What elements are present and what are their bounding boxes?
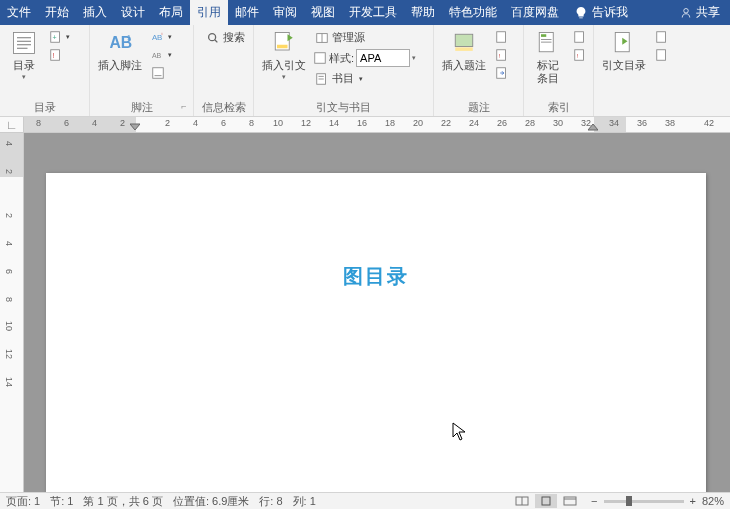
show-notes-icon [151,66,165,80]
group-captions: 插入题注 ! 题注 [434,25,524,116]
person-icon [680,7,692,19]
print-layout-icon [539,496,553,506]
next-footnote-icon: AB [151,48,165,62]
lightbulb-icon [574,6,588,20]
update-toa-icon [655,48,669,62]
svg-rect-23 [315,53,326,64]
insert-footnote-button[interactable]: AB1 插入脚注 [94,27,146,74]
svg-rect-1 [14,33,35,54]
svg-text:!: ! [53,52,55,59]
toc-button[interactable]: 目录 ▾ [4,27,44,83]
tab-features[interactable]: 特色功能 [442,0,504,25]
mark-entry-button[interactable]: 标记条目 [528,27,568,87]
citation-style-selector[interactable]: 样式: ▾ [313,49,416,67]
status-bar: 页面: 1 节: 1 第 1 页，共 6 页 位置值: 6.9厘米 行: 8 列… [0,492,730,509]
tell-me-label: 告诉我 [592,4,628,21]
search-button[interactable]: 搜索 [198,27,252,48]
mark-entry-label: 标记条目 [532,59,564,85]
search-label: 搜索 [223,30,245,45]
tab-view[interactable]: 视图 [304,0,342,25]
insert-citation-label: 插入引文 [262,59,306,72]
tab-help[interactable]: 帮助 [404,0,442,25]
svg-text:1: 1 [127,34,131,41]
status-section[interactable]: 节: 1 [50,494,73,509]
zoom-thumb[interactable] [626,496,632,506]
ribbon: 目录 ▾ +▾ ! 目录 AB1 插入脚注 ABi▾ AB▾ 脚注⌐ [0,25,730,117]
status-line[interactable]: 行: 8 [259,494,282,509]
update-toc-button[interactable]: ! [47,47,72,63]
zoom-control: − + 82% [591,495,724,507]
style-label: 样式: [329,51,354,66]
status-column[interactable]: 列: 1 [293,494,316,509]
update-index-button[interactable]: ! [571,47,589,63]
menu-bar: 文件 开始 插入 设计 布局 引用 邮件 审阅 视图 开发工具 帮助 特色功能 … [0,0,730,25]
svg-rect-37 [575,32,584,43]
tab-mail[interactable]: 邮件 [228,0,266,25]
style-combobox[interactable] [356,49,410,67]
zoom-out-button[interactable]: − [591,495,597,507]
group-research: 搜索 信息检索 [194,25,254,116]
chevron-down-icon: ▾ [282,73,286,81]
update-tof-button[interactable]: ! [493,47,511,63]
insert-caption-label: 插入题注 [442,59,486,72]
style-icon [313,51,327,65]
zoom-slider[interactable] [604,500,684,503]
svg-text:!: ! [499,52,501,59]
dialog-launcher-icon[interactable]: ⌐ [179,101,189,111]
tell-me[interactable]: 告诉我 [566,0,636,25]
group-toa: 引文目录 [594,25,686,116]
view-web-button[interactable] [559,494,581,508]
group-research-label: 信息检索 [198,100,249,116]
insert-caption-button[interactable]: 插入题注 [438,27,490,74]
mark-citation-icon [610,29,638,57]
page[interactable]: 图目录 [46,173,706,492]
tab-baidu[interactable]: 百度网盘 [504,0,566,25]
tab-layout[interactable]: 布局 [152,0,190,25]
right-indent-marker[interactable] [588,118,598,134]
next-footnote-button[interactable]: AB▾ [149,47,174,63]
share-button[interactable]: 共享 [670,0,730,25]
cross-reference-button[interactable] [493,65,511,81]
tab-review[interactable]: 审阅 [266,0,304,25]
view-read-button[interactable] [511,494,533,508]
bibliography-label: 书目 [332,71,354,86]
insert-index-button[interactable] [571,29,589,45]
zoom-level[interactable]: 82% [702,495,724,507]
insert-citation-button[interactable]: 插入引文 ▾ [258,27,310,83]
document-canvas[interactable]: 图目录 [24,133,730,492]
ruler-vertical[interactable]: 42 2468 101214 [0,133,24,492]
bibliography-button[interactable]: 书目▾ [313,70,416,87]
status-page[interactable]: 页面: 1 [6,494,40,509]
tab-insert[interactable]: 插入 [76,0,114,25]
tab-home[interactable]: 开始 [38,0,76,25]
insert-tof-button[interactable] [493,29,511,45]
svg-rect-45 [542,497,550,505]
mark-citation-button[interactable]: 引文目录 [598,27,650,74]
insert-endnote-button[interactable]: ABi▾ [149,29,174,45]
ruler-horizontal[interactable]: ∟ 8642 2468 10121416 18202224 26283032 3… [0,117,730,133]
svg-rect-46 [564,497,576,505]
status-pages[interactable]: 第 1 页，共 6 页 [83,494,162,509]
footnote-icon: AB1 [106,29,134,57]
insert-toa-button[interactable] [653,29,671,45]
first-line-indent-marker[interactable] [130,118,140,134]
update-toa-button[interactable] [653,47,671,63]
manage-sources-button[interactable]: 管理源 [313,29,416,46]
svg-point-17 [208,33,215,40]
svg-rect-41 [657,32,666,43]
status-position[interactable]: 位置值: 6.9厘米 [173,494,249,509]
svg-text:!: ! [577,52,579,59]
group-toa-label [598,100,682,116]
tab-design[interactable]: 设计 [114,0,152,25]
tab-file[interactable]: 文件 [0,0,38,25]
view-print-button[interactable] [535,494,557,508]
group-footnote: AB1 插入脚注 ABi▾ AB▾ 脚注⌐ [90,25,194,116]
show-notes-button[interactable] [149,65,174,81]
zoom-in-button[interactable]: + [690,495,696,507]
group-citations: 插入引文 ▾ 管理源 样式: ▾ 书目▾ 引文与书目 [254,25,434,116]
tab-references[interactable]: 引用 [190,0,228,25]
document-title: 图目录 [106,263,646,290]
update-icon: ! [49,48,63,62]
add-text-button[interactable]: +▾ [47,29,72,45]
tab-devtools[interactable]: 开发工具 [342,0,404,25]
